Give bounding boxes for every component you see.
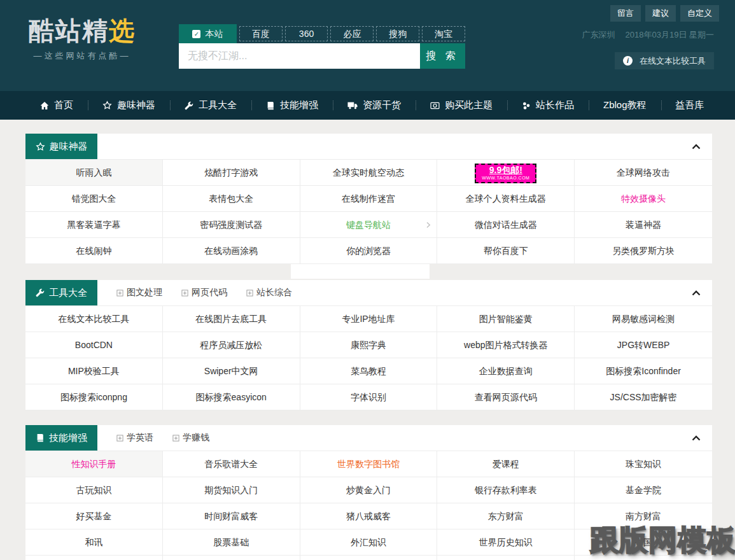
collapse-button[interactable] xyxy=(692,435,712,441)
link-cell[interactable]: 古玩知识 xyxy=(25,477,163,503)
link-cell[interactable]: 外汇知识 xyxy=(300,529,438,556)
link-cell[interactable]: 珠宝知识 xyxy=(575,451,712,477)
wrench-icon xyxy=(36,288,45,297)
link-cell[interactable]: 特效摄像头 xyxy=(575,186,712,212)
link-cell[interactable]: 错觉图大全 xyxy=(25,186,163,212)
link-cell[interactable]: 网易敏感词检测 xyxy=(575,306,712,332)
link-cell[interactable]: 微信对话生成器 xyxy=(437,212,575,238)
link-cell[interactable]: 你的浏览器 xyxy=(300,238,438,264)
link-cell[interactable]: 帮你百度下 xyxy=(437,238,575,264)
link-cell[interactable]: 在线文本比较工具 xyxy=(25,306,163,332)
link-cell[interactable]: 在线闹钟 xyxy=(25,238,163,264)
section-tools-tab[interactable]: 工具大全 xyxy=(25,280,97,305)
link-cell[interactable]: 查看网页源代码 xyxy=(437,384,575,410)
link-cell[interactable]: 康熙字典 xyxy=(300,332,438,358)
link-cell[interactable]: 专业IP地址库 xyxy=(300,306,438,332)
search-tab-5[interactable]: 淘宝 xyxy=(422,26,465,41)
link-cell[interactable]: 东方财富 xyxy=(437,503,575,529)
nav-webmaster-works[interactable]: 站长作品 xyxy=(507,91,589,120)
link-cell[interactable]: 性知识手册 xyxy=(25,451,163,477)
nav-skills[interactable]: 技能增强 xyxy=(251,91,333,120)
link-cell[interactable]: 全球网络攻击 xyxy=(575,160,712,186)
link-cell[interactable]: 银行存款利率表 xyxy=(437,477,575,503)
nav-tools[interactable]: 工具大全 xyxy=(170,91,251,120)
link-cell[interactable]: 图片智能鉴黄 xyxy=(437,306,575,332)
link-cell[interactable]: 黑客装逼字幕 xyxy=(25,212,163,238)
link-cell[interactable]: 猪八戒威客 xyxy=(300,503,438,529)
logo-title-main: 酷站精 xyxy=(29,17,109,45)
nav-fun-tools[interactable]: 趣味神器 xyxy=(88,91,170,120)
link-cell[interactable]: 密码强度测试器 xyxy=(163,212,300,238)
link-label: 装逼神器 xyxy=(626,220,661,230)
search-tab-0[interactable]: 本站 xyxy=(179,24,237,43)
link-cell[interactable]: 和讯 xyxy=(25,529,163,556)
search-tab-4[interactable]: 搜狗 xyxy=(376,26,419,41)
link-cell[interactable]: 键盘导航站 xyxy=(300,212,438,238)
subtab-1-2[interactable]: 站长综合 xyxy=(246,287,292,298)
link-cell[interactable]: Swiper中文网 xyxy=(163,358,300,384)
notice-bar[interactable]: 在线文本比较工具 xyxy=(615,52,714,69)
link-cell[interactable]: 世界数字图书馆 xyxy=(300,451,438,477)
link-cell[interactable]: 企业数据查询 xyxy=(437,358,575,384)
nav-resources[interactable]: 资源干货 xyxy=(333,91,416,120)
wrench-icon xyxy=(185,101,193,110)
message-button[interactable]: 留言 xyxy=(610,5,641,22)
link-label: 银行存款利率表 xyxy=(475,485,537,495)
link-cell[interactable]: 股票基础 xyxy=(163,529,300,556)
link-cell[interactable]: 字体识别 xyxy=(300,384,438,410)
nav-zblog-tutorial[interactable]: Zblog教程 xyxy=(589,91,661,120)
customize-button[interactable]: 自定义 xyxy=(680,5,719,22)
suggest-button[interactable]: 建议 xyxy=(645,5,676,22)
link-cell[interactable]: BootCDN xyxy=(25,332,163,358)
nav-item-label: 站长作品 xyxy=(536,99,574,111)
taobao-ad-banner[interactable]: 9.9包邮!WWW.TAOBAO.COM xyxy=(475,164,536,183)
link-cell[interactable]: 在线图片去底工具 xyxy=(163,306,300,332)
taobao-ad-cell[interactable]: 9.9包邮!WWW.TAOBAO.COM xyxy=(437,160,575,186)
collapse-button[interactable] xyxy=(692,290,712,296)
nav-buy-theme[interactable]: 购买此主题 xyxy=(416,91,507,120)
subtab-1-0[interactable]: 图文处理 xyxy=(116,287,162,298)
search-tab-1[interactable]: 百度 xyxy=(239,26,283,41)
subtab-2-1[interactable]: 学赚钱 xyxy=(172,432,209,444)
link-cell[interactable]: MIP校验工具 xyxy=(25,358,163,384)
search-tab-2[interactable]: 360 xyxy=(285,26,328,41)
nav-yiwuku[interactable]: 益吾库 xyxy=(661,91,719,120)
link-cell[interactable]: 炫酷打字游戏 xyxy=(163,160,300,186)
link-cell[interactable]: 表情包大全 xyxy=(163,186,300,212)
subtab-1-1[interactable]: 网页代码 xyxy=(181,287,227,298)
section-fun-tools-tab[interactable]: 趣味神器 xyxy=(25,134,97,159)
link-cell[interactable]: 时间财富威客 xyxy=(163,503,300,529)
link-cell[interactable]: 音乐歌谱大全 xyxy=(163,451,300,477)
search-input[interactable] xyxy=(179,43,420,69)
link-cell[interactable]: 在线制作迷宫 xyxy=(300,186,438,212)
subtab-2-0[interactable]: 学英语 xyxy=(116,432,153,444)
link-cell[interactable]: 爱课程 xyxy=(437,451,575,477)
link-cell[interactable]: webp图片格式转换器 xyxy=(437,332,575,358)
link-cell[interactable]: JS/CSS加密解密 xyxy=(575,384,712,410)
site-logo[interactable]: 酷站精选 —这些网站有点酷— xyxy=(29,17,136,62)
link-cell[interactable]: 好买基金 xyxy=(25,503,163,529)
nav-home[interactable]: 首页 xyxy=(25,91,88,120)
collapse-button[interactable] xyxy=(692,144,712,150)
search-button[interactable]: 搜 索 xyxy=(420,43,465,69)
search-tab-3[interactable]: 必应 xyxy=(330,26,374,41)
link-cell[interactable]: 世界历史知识 xyxy=(437,529,575,556)
section-skills-tab[interactable]: 技能增强 xyxy=(25,425,97,451)
link-cell[interactable]: 图标搜索Iconfinder xyxy=(575,358,712,384)
link-cell[interactable]: 装逼神器 xyxy=(575,212,712,238)
link-cell[interactable]: 听雨入眠 xyxy=(25,160,163,186)
link-cell[interactable]: 全球实时航空动态 xyxy=(300,160,438,186)
link-label: 在线闹钟 xyxy=(76,246,111,256)
link-cell[interactable]: 程序员减压放松 xyxy=(163,332,300,358)
link-cell[interactable]: 另类俄罗斯方块 xyxy=(575,238,712,264)
link-cell[interactable]: 期货知识入门 xyxy=(163,477,300,503)
link-cell[interactable]: 图标搜索iconpng xyxy=(25,384,163,410)
link-cell[interactable]: 在线动画涂鸦 xyxy=(163,238,300,264)
link-cell[interactable]: 菜鸟教程 xyxy=(300,358,438,384)
truck-icon xyxy=(347,101,358,109)
link-cell[interactable]: 图标搜索easyicon xyxy=(163,384,300,410)
link-cell[interactable]: 炒黄金入门 xyxy=(300,477,438,503)
link-cell[interactable]: 全球个人资料生成器 xyxy=(437,186,575,212)
link-cell[interactable]: JPG转WEBP xyxy=(575,332,712,358)
link-cell[interactable]: 基金学院 xyxy=(575,477,712,503)
